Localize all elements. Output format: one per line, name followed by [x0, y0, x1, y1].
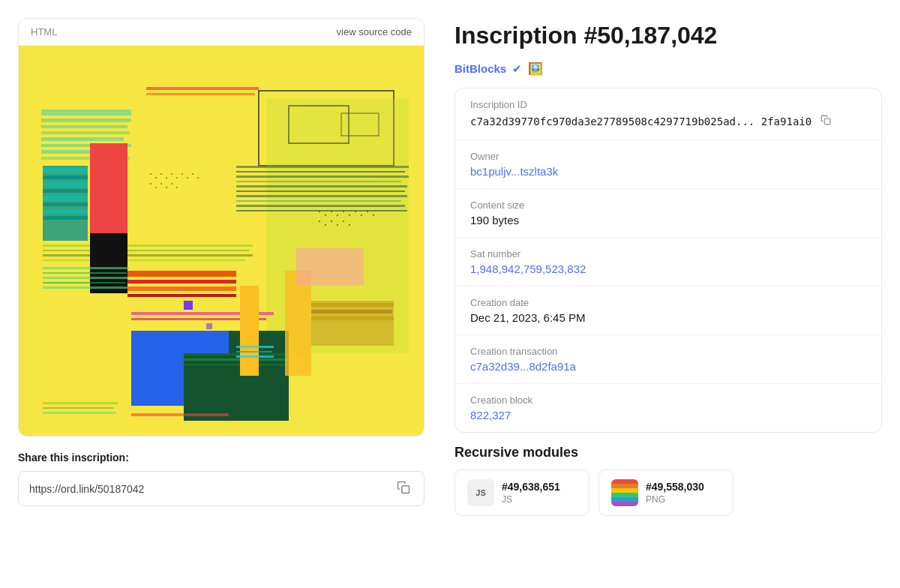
svg-rect-56 [150, 173, 152, 175]
svg-rect-96 [43, 272, 127, 274]
svg-rect-104 [236, 346, 274, 348]
svg-rect-85 [337, 224, 338, 226]
share-section: Share this inscription: https://ord.link… [18, 452, 424, 506]
creation-block-label: Creation block [470, 394, 866, 406]
svg-rect-45 [184, 358, 289, 361]
inscription-id-row: Inscription ID c7a32d39770fc970da3e27789… [455, 88, 881, 140]
svg-rect-32 [43, 189, 88, 193]
svg-rect-55 [285, 271, 311, 376]
svg-rect-43 [184, 353, 289, 421]
svg-rect-25 [184, 301, 193, 310]
svg-rect-58 [160, 173, 162, 175]
verified-badge-icon: ✔ [512, 62, 522, 76]
svg-rect-75 [337, 214, 338, 216]
svg-rect-21 [236, 195, 407, 197]
svg-rect-66 [150, 183, 152, 184]
svg-rect-24 [236, 210, 407, 212]
creation-transaction-value[interactable]: c7a32d39...8d2fa91a [470, 360, 866, 373]
svg-rect-80 [367, 211, 368, 212]
svg-rect-17 [236, 176, 409, 178]
creation-block-value[interactable]: 822,327 [470, 409, 866, 422]
svg-rect-36 [43, 216, 88, 220]
svg-rect-38 [128, 280, 236, 284]
svg-rect-87 [349, 224, 350, 226]
svg-rect-31 [43, 182, 88, 187]
content-size-label: Content size [470, 200, 866, 211]
inscription-canvas [19, 46, 424, 436]
svg-rect-73 [325, 214, 326, 216]
inscription-id-label: Inscription ID [470, 99, 866, 110]
js-module-info: #49,638,651 JS [502, 481, 560, 505]
right-panel: Inscription #50,187,042 BitBlocks ✔ 🖼️ I… [454, 18, 882, 570]
svg-rect-81 [373, 214, 374, 216]
svg-rect-108 [824, 119, 830, 125]
svg-rect-22 [236, 200, 401, 202]
svg-rect-37 [128, 271, 236, 277]
svg-rect-90 [311, 301, 394, 346]
sat-number-value[interactable]: 1,948,942,759,523,832 [470, 262, 866, 275]
svg-rect-103 [131, 413, 229, 416]
module-card-png[interactable]: #49,558,030 PNG [598, 470, 734, 516]
svg-rect-86 [343, 220, 344, 222]
svg-rect-33 [43, 196, 88, 200]
svg-rect-70 [171, 183, 172, 184]
svg-rect-63 [187, 177, 188, 178]
svg-rect-100 [43, 402, 118, 404]
svg-rect-76 [343, 211, 344, 212]
svg-rect-95 [43, 267, 129, 269]
svg-rect-77 [349, 214, 350, 216]
svg-rect-46 [184, 364, 289, 366]
svg-rect-79 [361, 214, 362, 216]
svg-rect-99 [43, 286, 128, 289]
inscription-id-value-row: c7a32d39770fc970da3e27789508c4297719b025… [470, 113, 866, 129]
frame-type-label: HTML [31, 26, 57, 38]
sat-number-row: Sat number 1,948,942,759,523,832 [455, 238, 881, 286]
copy-inscription-id-button[interactable] [818, 113, 834, 129]
svg-rect-74 [331, 211, 332, 212]
copy-url-button[interactable] [394, 479, 413, 498]
svg-rect-29 [43, 168, 88, 172]
creation-date-row: Creation date Dec 21, 2023, 6:45 PM [455, 286, 881, 335]
svg-rect-105 [236, 351, 272, 352]
module-card-js[interactable]: JS #49,638,651 JS [454, 470, 590, 516]
collection-name[interactable]: BitBlocks [454, 62, 506, 75]
inscription-id-value: c7a32d39770fc970da3e27789508c4297719b025… [470, 116, 812, 128]
svg-rect-94 [296, 248, 364, 286]
recursive-modules-grid: JS #49,638,651 JS #49,558,03 [454, 470, 882, 516]
svg-rect-53 [90, 233, 128, 293]
sat-number-label: Sat number [470, 248, 866, 260]
svg-rect-68 [160, 183, 162, 184]
png-module-number: #49,558,030 [646, 481, 704, 493]
png-module-type: PNG [646, 494, 704, 505]
svg-rect-54 [240, 286, 259, 376]
svg-rect-93 [311, 316, 394, 320]
svg-rect-91 [311, 303, 394, 307]
collection-emoji: 🖼️ [528, 62, 543, 76]
content-size-value: 190 bytes [470, 214, 866, 226]
svg-rect-15 [236, 166, 409, 168]
svg-rect-51 [43, 254, 253, 256]
svg-rect-60 [171, 173, 172, 175]
js-module-icon: JS [467, 479, 494, 506]
creation-transaction-label: Creation transaction [470, 346, 866, 357]
js-module-type: JS [502, 494, 560, 505]
svg-rect-92 [311, 310, 392, 314]
png-module-icon [611, 479, 638, 506]
content-size-row: Content size 190 bytes [455, 189, 881, 238]
creation-date-label: Creation date [470, 297, 866, 308]
svg-rect-98 [43, 282, 125, 284]
svg-rect-59 [166, 177, 167, 178]
svg-rect-69 [166, 187, 167, 188]
left-panel: HTML view source code [18, 18, 424, 570]
svg-rect-61 [176, 177, 178, 178]
svg-rect-44 [184, 353, 289, 356]
view-source-link[interactable]: view source code [337, 26, 412, 38]
svg-rect-106 [236, 356, 274, 358]
svg-rect-5 [41, 137, 124, 141]
svg-rect-67 [155, 187, 157, 188]
svg-rect-50 [43, 250, 249, 251]
svg-rect-35 [43, 209, 88, 214]
owner-value[interactable]: bc1puljv...tszlta3k [470, 165, 866, 178]
svg-rect-19 [236, 185, 407, 188]
js-module-number: #49,638,651 [502, 481, 560, 493]
